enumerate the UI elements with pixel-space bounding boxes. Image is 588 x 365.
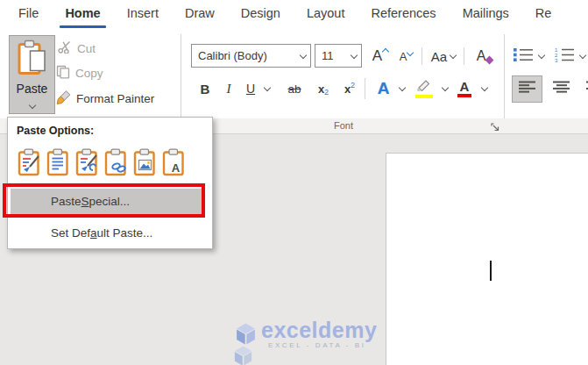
paste-option-picture[interactable] <box>132 147 157 176</box>
align-center-icon <box>553 81 570 97</box>
format-painter-brush-icon <box>56 90 71 107</box>
menu-item-set-default-paste[interactable]: Set Default Paste... <box>11 220 202 245</box>
superscript-mark: 2 <box>351 81 355 89</box>
watermark-subtitle: EXCEL - DATA - BI <box>268 341 366 349</box>
bold-button[interactable]: B <box>194 76 216 101</box>
font-name-combo[interactable]: Calibri (Body) <box>191 44 311 68</box>
clear-formatting-glyph: A <box>477 48 486 64</box>
font-group-label: Font <box>184 120 503 131</box>
caret-up-icon <box>382 48 389 55</box>
underline-button[interactable]: U <box>240 76 261 101</box>
paste-button-label: Paste <box>10 82 54 96</box>
format-painter-button[interactable]: Format Painter <box>56 90 154 107</box>
highlight-color-bar <box>415 95 433 98</box>
bullets-button[interactable] <box>511 46 535 67</box>
change-case-button[interactable]: Aa <box>427 46 460 67</box>
tab-file[interactable]: File <box>5 0 52 29</box>
superscript-base: x <box>344 82 351 96</box>
watermark: exceldemy EXCEL - DATA - BI <box>224 321 391 365</box>
svg-text:A: A <box>172 161 181 175</box>
copy-label: Copy <box>75 67 103 80</box>
font-size-chevron-icon[interactable] <box>351 51 358 58</box>
caret-down-icon <box>407 49 414 56</box>
numbering-button[interactable]: 123 <box>552 46 577 67</box>
set-default-label: Set Def <box>51 226 90 240</box>
shrink-font-button[interactable]: A <box>394 46 418 67</box>
clear-formatting-button[interactable]: A <box>471 46 499 67</box>
highlight-color-chevron[interactable] <box>439 76 450 101</box>
watermark-title: exceldemy <box>261 318 377 343</box>
paste-option-link-use-destination-styles[interactable] <box>103 147 128 176</box>
align-center-button[interactable] <box>546 75 577 103</box>
grow-font-glyph: A <box>372 47 382 65</box>
divider <box>464 47 464 65</box>
paste-button[interactable]: Paste <box>9 35 55 114</box>
underline-options-chevron[interactable] <box>261 76 273 101</box>
font-color-button[interactable]: A <box>451 76 478 101</box>
paste-option-use-destination-styles[interactable] <box>46 147 70 176</box>
italic-button[interactable]: I <box>219 76 238 101</box>
tab-draw[interactable]: Draw <box>172 0 228 29</box>
tab-insert[interactable]: Insert <box>114 0 172 29</box>
copy-button[interactable]: Copy <box>56 65 103 82</box>
tab-layout[interactable]: Layout <box>294 0 358 29</box>
set-default-label-rest: ult Paste... <box>97 226 153 240</box>
copy-icon <box>56 65 70 82</box>
tab-review[interactable]: Re <box>522 0 565 29</box>
scissors-icon <box>58 40 72 56</box>
bullet-list-icon <box>513 47 534 66</box>
subscript-base: x <box>318 82 324 96</box>
ribbon-tab-bar: File Home Insert Draw Design Layout Refe… <box>0 0 588 29</box>
grow-font-button[interactable]: A <box>367 46 393 67</box>
cut-button[interactable]: Cut <box>58 40 96 56</box>
exceldemy-cube-icon <box>232 345 254 365</box>
font-color-chevron[interactable] <box>478 76 490 101</box>
font-color-glyph: A <box>460 80 470 93</box>
tab-mailings[interactable]: Mailings <box>450 0 522 29</box>
bullets-chevron[interactable] <box>536 46 547 67</box>
tab-home[interactable]: Home <box>52 0 113 29</box>
numbering-chevron[interactable] <box>577 46 588 67</box>
change-case-glyph: Aa <box>431 49 447 64</box>
strikethrough-button[interactable]: ab <box>280 76 308 101</box>
eraser-icon <box>485 55 494 64</box>
font-size-value: 11 <box>315 49 347 62</box>
highlighter-pen-icon <box>414 80 434 94</box>
paste-dropdown-chevron-icon[interactable] <box>28 102 35 109</box>
align-left-button[interactable] <box>512 75 542 103</box>
paste-clipboard-icon <box>18 64 47 79</box>
group-separator <box>504 34 505 131</box>
divider <box>422 47 422 65</box>
font-name-value: Calibri (Body) <box>192 49 296 62</box>
paste-option-link-keep-source-formatting[interactable] <box>74 147 99 176</box>
highlight-color-button[interactable] <box>410 76 438 101</box>
font-name-chevron-icon[interactable] <box>300 51 307 58</box>
paste-option-keep-source-formatting[interactable] <box>17 147 41 176</box>
paste-options-row: A <box>17 147 186 176</box>
cut-label: Cut <box>77 42 96 55</box>
text-effects-button[interactable]: A <box>372 76 395 101</box>
font-size-combo[interactable]: 11 <box>315 44 362 68</box>
text-cursor <box>490 261 492 281</box>
svg-text:3: 3 <box>555 58 558 62</box>
font-color-bar <box>457 94 471 97</box>
align-left-icon <box>519 81 536 97</box>
subscript-mark: 2 <box>324 88 329 97</box>
subscript-button[interactable]: x 2 <box>312 76 335 101</box>
annotation-red-box <box>3 183 205 218</box>
divider <box>365 78 365 99</box>
numbered-list-icon: 123 <box>554 47 575 66</box>
paste-option-keep-text-only[interactable]: A <box>161 147 186 176</box>
tab-references[interactable]: References <box>358 0 449 29</box>
document-page[interactable] <box>386 153 588 365</box>
tab-design[interactable]: Design <box>228 0 294 29</box>
align-right-button[interactable] <box>579 75 588 103</box>
format-painter-label: Format Painter <box>76 92 154 105</box>
superscript-button[interactable]: x 2 <box>338 76 361 101</box>
chevron-down-icon <box>450 52 457 59</box>
text-effects-chevron[interactable] <box>396 76 407 101</box>
set-default-accel: a <box>90 226 97 240</box>
paste-options-header: Paste Options: <box>17 125 94 137</box>
word-window: File Home Insert Draw Design Layout Refe… <box>0 0 588 365</box>
